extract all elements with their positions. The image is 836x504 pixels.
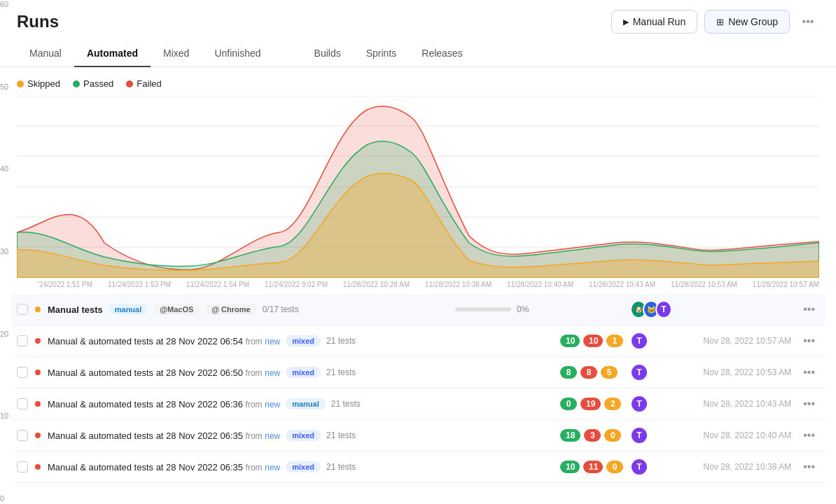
new-group-button[interactable]: ⊞ New Group [704,10,790,34]
run-info-group: Manual tests manual @MacOS @ Chrome 0/17… [48,304,448,315]
run-dot-5 [35,464,41,470]
header: Runs ▶ Manual Run ⊞ New Group ••• [0,0,836,41]
play-icon: ▶ [623,18,629,27]
manual-run-button[interactable]: ▶ Manual Run [611,10,698,34]
run-title-5: Manual & automated tests at 28 Nov 2022 … [48,462,280,472]
run-tests-3: 21 tests [331,399,361,409]
badge-mixed-2: mixed [286,367,321,378]
run-badges-5: 10 11 0 [560,461,623,473]
avatar-4: T [630,426,648,444]
ellipsis-icon: ••• [802,15,814,28]
run-menu-btn-group[interactable]: ••• [799,302,819,317]
run-avatars-5: T [630,458,672,476]
run-progress-group: 0% [455,304,553,314]
chart-legend: Skipped Passed Failed [17,78,819,89]
tab-manual[interactable]: Manual [17,41,74,67]
run-tests-4: 21 tests [326,430,356,440]
tab-automated[interactable]: Automated [74,41,151,67]
count-green-1: 10 [560,335,580,347]
new-group-icon: ⊞ [716,17,724,27]
badge-mixed-1: mixed [286,335,321,346]
run-row-3: Manual & automated tests at 28 Nov 2022 … [11,388,825,420]
run-row-group: Manual tests manual @MacOS @ Chrome 0/17… [11,294,825,326]
run-menu-2: ••• [798,365,819,380]
count-orange-1: 1 [606,335,623,347]
count-green-5: 10 [560,461,580,473]
run-dot-2 [35,370,41,375]
header-actions: ▶ Manual Run ⊞ New Group ••• [611,10,819,34]
avatar-1: T [630,332,648,350]
run-menu-4: ••• [798,428,819,443]
count-red-4: 3 [584,429,601,442]
run-menu-btn-4[interactable]: ••• [799,428,819,443]
run-row-5: Manual & automated tests at 28 Nov 2022 … [11,451,825,483]
run-time-3: Nov 28, 2022 10:43 AM [679,399,791,409]
count-orange-2: 5 [601,366,618,379]
badge-mixed-5: mixed [286,461,321,472]
run-tests-1: 21 tests [326,336,356,346]
run-menu-btn-1[interactable]: ••• [799,333,819,349]
count-red-3: 19 [580,398,601,410]
x-axis-labels: '24/2022 1:51 PM 11/24/2022 1:53 PM 11/2… [17,278,819,288]
count-green-2: 8 [560,366,577,379]
run-info-4: Manual & automated tests at 28 Nov 2022 … [48,430,448,441]
legend-skipped: Skipped [17,78,60,89]
run-menu-btn-3[interactable]: ••• [799,396,819,412]
avatar-3-group: T [655,300,672,318]
avatar-3: T [630,395,648,413]
run-menu-group: ••• [798,302,819,317]
run-avatars-2: T [630,363,672,382]
run-badges-2: 8 8 5 [560,366,623,379]
badge-manual-group: manual [109,304,148,315]
run-dot-3 [35,401,41,407]
run-menu-1: ••• [798,333,819,349]
run-avatars-1: T [630,332,672,350]
skipped-label: Skipped [27,78,60,89]
run-avatars-4: T [630,426,672,444]
badge-manual-3: manual [286,398,326,410]
run-title-group: Manual tests [48,304,103,315]
tab-builds[interactable]: Builds [302,41,354,67]
tab-mixed[interactable]: Mixed [151,41,202,67]
count-green-3: 0 [560,398,577,410]
progress-bar-bg-group [455,307,511,312]
run-time-2: Nov 28, 2022 10:53 AM [679,368,791,377]
tab-releases[interactable]: Releases [409,41,475,67]
run-badges-1: 10 10 1 [560,335,623,347]
run-title-1: Manual & automated tests at 28 Nov 2022 … [48,336,280,346]
badge-mixed-4: mixed [286,430,321,441]
failed-dot [126,80,133,88]
run-title-3: Manual & automated tests at 28 Nov 2022 … [48,399,280,410]
more-options-button[interactable]: ••• [797,10,819,33]
progress-pct-group: 0% [517,304,529,314]
count-red-5: 11 [583,461,603,473]
run-dot-1 [35,338,41,344]
tab-unfinished[interactable]: Unfinished [202,41,273,67]
run-menu-btn-5[interactable]: ••• [799,459,819,475]
avatar-5: T [630,458,648,476]
run-menu-btn-2[interactable]: ••• [799,365,819,380]
passed-label: Passed [83,78,113,89]
run-badges-4: 18 3 0 [560,429,623,442]
count-orange-5: 0 [606,461,623,473]
legend-failed: Failed [126,78,161,89]
run-row-1: Manual & automated tests at 28 Nov 2022 … [11,326,825,357]
passed-dot [73,80,80,88]
run-info-1: Manual & automated tests at 28 Nov 2022 … [48,335,448,346]
count-orange-3: 2 [604,398,621,410]
legend-passed: Passed [73,78,113,89]
count-green-4: 18 [560,429,580,442]
run-tests-2: 21 tests [326,368,356,377]
new-group-label: New Group [728,16,778,27]
run-menu-5: ••• [798,459,819,475]
run-avatars-3: T [630,395,672,413]
tab-sprints[interactable]: Sprints [354,41,410,67]
run-dot-4 [35,433,41,438]
tabs-bar: Manual Automated Mixed Unfinished Builds… [0,41,836,67]
chart-svg-wrap [17,96,819,278]
run-time-5: Nov 28, 2022 10:38 AM [679,462,791,472]
run-info-3: Manual & automated tests at 28 Nov 2022 … [48,398,448,410]
run-row-2: Manual & automated tests at 28 Nov 2022 … [11,357,825,388]
count-orange-4: 0 [604,429,621,442]
run-dot-group [35,307,41,312]
